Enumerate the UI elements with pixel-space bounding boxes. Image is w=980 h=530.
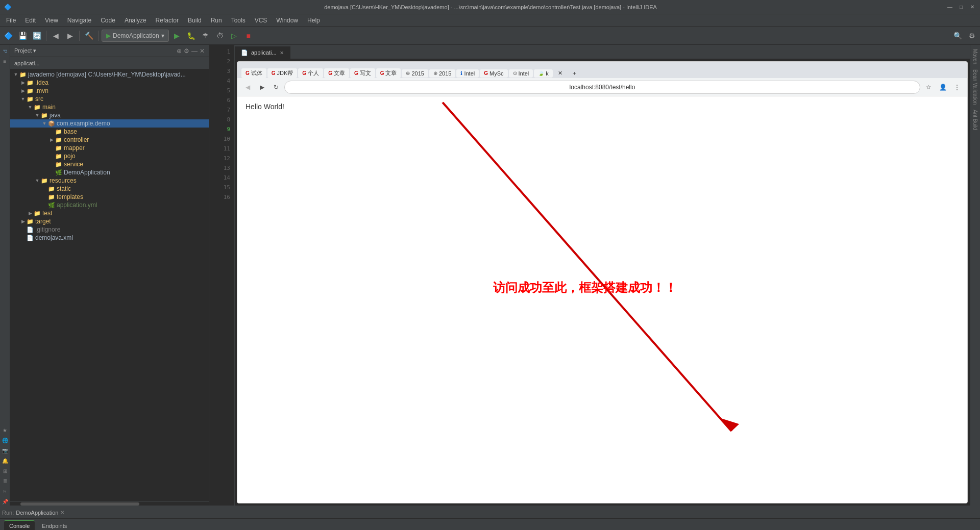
tree-item-com-example-demo[interactable]: ▼ 📦 com.example.demo bbox=[10, 119, 209, 128]
structure2-icon[interactable]: ≣ bbox=[1, 477, 9, 485]
menu-tools[interactable]: Tools bbox=[227, 16, 250, 25]
bookmark-label-article2: 文章 bbox=[385, 69, 397, 77]
editor-tab-applicati[interactable]: 📄 applicati... ✕ bbox=[235, 46, 290, 59]
minimize-button[interactable]: — bbox=[946, 4, 953, 11]
right-sidebar-ant-build[interactable]: Ant Build bbox=[971, 108, 979, 132]
toolbar-project-icon[interactable]: 🔷 bbox=[2, 30, 14, 42]
menu-vcs[interactable]: VCS bbox=[251, 16, 272, 25]
bookmark-mysql[interactable]: G MySc bbox=[480, 69, 507, 78]
menu-help[interactable]: Help bbox=[303, 16, 324, 25]
tab-close-icon[interactable]: ✕ bbox=[280, 50, 284, 56]
project-panel-toggle[interactable]: P bbox=[1, 47, 9, 55]
address-bar[interactable]: localhost:8080/test/hello bbox=[284, 81, 920, 94]
tree-item-gitignore[interactable]: 📄 .gitignore bbox=[10, 225, 209, 234]
toolbar-sync[interactable]: 🔄 bbox=[31, 30, 43, 42]
toolbar-debug-btn[interactable]: 🐛 bbox=[185, 30, 198, 42]
line-8: 8 bbox=[209, 115, 230, 124]
menu-window[interactable]: Window bbox=[272, 16, 302, 25]
panel-close-btn[interactable]: ✕ bbox=[200, 47, 205, 55]
tree-item-templates[interactable]: 📁 templates bbox=[10, 193, 209, 201]
toolbar-run2[interactable]: ▷ bbox=[228, 30, 240, 42]
tree-item-pojo[interactable]: 📁 pojo bbox=[10, 152, 209, 160]
run-configuration-selector[interactable]: ▶ DemoApplication ▾ bbox=[102, 30, 169, 42]
bookmark-personal[interactable]: G 个人 bbox=[298, 68, 323, 78]
tree-label-service: service bbox=[64, 161, 83, 168]
browser-menu-btn[interactable]: ⋮ bbox=[951, 81, 963, 93]
tree-item-mapper[interactable]: 📁 mapper bbox=[10, 144, 209, 152]
bookmark-write[interactable]: G 写文 bbox=[350, 68, 375, 78]
notification-icon[interactable]: 🔔 bbox=[1, 457, 9, 465]
bookmark-article2[interactable]: G 文章 bbox=[376, 68, 401, 78]
right-sidebar-maven[interactable]: Maven bbox=[971, 47, 979, 66]
menu-refactor[interactable]: Refactor bbox=[152, 16, 183, 25]
pin-icon[interactable]: 📌 bbox=[1, 497, 9, 506]
bookmark-试体[interactable]: G 试体 bbox=[241, 68, 266, 78]
camera-icon[interactable]: 📷 bbox=[1, 446, 9, 455]
browser-bookmark-btn[interactable]: ☆ bbox=[922, 81, 935, 93]
tab-endpoints[interactable]: Endpoints bbox=[37, 521, 72, 531]
menu-view[interactable]: View bbox=[41, 16, 62, 25]
run-tab-close[interactable]: ✕ bbox=[60, 510, 64, 515]
panel-collapse-btn[interactable]: — bbox=[191, 47, 198, 55]
bookmark-2015a[interactable]: ⊕ 2015 bbox=[402, 69, 428, 78]
menu-run[interactable]: Run bbox=[207, 16, 226, 25]
close-button[interactable]: ✕ bbox=[969, 4, 976, 11]
bookmark-k[interactable]: 🍃 k bbox=[534, 69, 553, 78]
bookmark-close[interactable]: ✕ bbox=[554, 69, 567, 78]
toolbar-profile-btn[interactable]: ⏱ bbox=[214, 30, 226, 42]
browser-back-btn[interactable]: ◀ bbox=[241, 81, 254, 93]
favorites-icon[interactable]: ★ bbox=[1, 426, 9, 434]
menu-build[interactable]: Build bbox=[184, 16, 206, 25]
toolbar-settings[interactable]: ⚙ bbox=[966, 30, 978, 42]
tree-item-idea[interactable]: ▶ 📁 .idea bbox=[10, 79, 209, 87]
tree-item-src[interactable]: ▼ 📁 src bbox=[10, 95, 209, 103]
web-icon[interactable]: 🌐 bbox=[1, 436, 9, 444]
bookmark-add[interactable]: ＋ bbox=[568, 68, 581, 78]
toolbar-back[interactable]: ◀ bbox=[50, 30, 62, 42]
browser-forward-btn[interactable]: ▶ bbox=[256, 81, 268, 93]
tree-item-mvn[interactable]: ▶ 📁 .mvn bbox=[10, 87, 209, 95]
tree-item-target[interactable]: ▶ 📁 target bbox=[10, 217, 209, 225]
menu-file[interactable]: File bbox=[2, 16, 20, 25]
tree-item-service[interactable]: 📁 service bbox=[10, 160, 209, 168]
browser-refresh-btn[interactable]: ↻ bbox=[270, 81, 282, 93]
menu-code[interactable]: Code bbox=[96, 16, 119, 25]
tree-item-demojava-xml[interactable]: 📄 demojava.xml bbox=[10, 234, 209, 242]
menu-navigate[interactable]: Navigate bbox=[63, 16, 95, 25]
bookmark-jdk[interactable]: G JDK帮 bbox=[267, 68, 298, 78]
toolbar-coverage-btn[interactable]: ☂ bbox=[200, 30, 212, 42]
bookmark-intel[interactable]: ℹ Intel bbox=[456, 69, 479, 78]
tree-label-mvn: .mvn bbox=[35, 87, 48, 94]
toolbar-build-icon[interactable]: 🔨 bbox=[83, 30, 95, 42]
tree-item-test[interactable]: ▶ 📁 test bbox=[10, 209, 209, 217]
toolbar-forward[interactable]: ▶ bbox=[64, 30, 76, 42]
bookmark-article1[interactable]: G 文章 bbox=[324, 68, 349, 78]
zstructure-icon[interactable]: Z bbox=[1, 487, 9, 495]
structure-icon[interactable]: ≡ bbox=[1, 57, 9, 65]
maximize-button[interactable]: □ bbox=[958, 4, 965, 11]
tree-item-static[interactable]: 📁 static bbox=[10, 185, 209, 193]
panel-settings-btn[interactable]: ⚙ bbox=[184, 47, 189, 55]
toolbar-sep3 bbox=[98, 31, 99, 41]
tree-item-application-yml[interactable]: 🌿 application.yml bbox=[10, 201, 209, 209]
tree-item-javademo[interactable]: ▼ 📁 javademo [demojava] C:\Users\HKer_YM… bbox=[10, 70, 209, 79]
tree-item-resources[interactable]: ▼ 📁 resources bbox=[10, 176, 209, 185]
tree-item-controller[interactable]: ▶ 📁 controller bbox=[10, 136, 209, 144]
toolbar-save[interactable]: 💾 bbox=[16, 30, 29, 42]
tree-item-main[interactable]: ▼ 📁 main bbox=[10, 103, 209, 111]
toolbar-run-btn[interactable]: ▶ bbox=[171, 30, 183, 42]
toolbar-search[interactable]: 🔍 bbox=[951, 30, 964, 42]
tree-item-java[interactable]: ▼ 📁 java bbox=[10, 111, 209, 119]
tree-item-demo-application[interactable]: 🌿 DemoApplication bbox=[10, 168, 209, 176]
menu-analyze[interactable]: Analyze bbox=[120, 16, 151, 25]
right-sidebar-bean-validation[interactable]: Bean Validation bbox=[971, 67, 979, 107]
layout-icon[interactable]: ⊞ bbox=[1, 467, 9, 475]
toolbar-stop-btn[interactable]: ■ bbox=[242, 30, 255, 42]
panel-add-btn[interactable]: ⊕ bbox=[177, 47, 182, 55]
menu-edit[interactable]: Edit bbox=[21, 16, 40, 25]
browser-account-btn[interactable]: 👤 bbox=[937, 81, 949, 93]
bookmark-intel2[interactable]: ⊙ Intel bbox=[509, 69, 533, 78]
tree-item-base[interactable]: 📁 base bbox=[10, 128, 209, 136]
bookmark-2015b[interactable]: ⊕ 2015 bbox=[429, 69, 455, 78]
tab-console[interactable]: Console bbox=[4, 520, 35, 530]
